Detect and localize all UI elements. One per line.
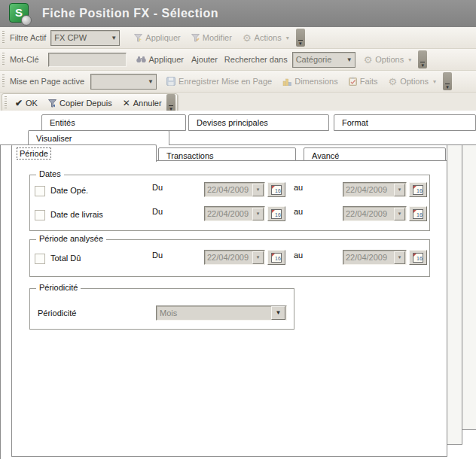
facts-button[interactable]: Faits — [346, 75, 380, 87]
date-livraison-label: Date de livrais — [50, 207, 103, 222]
bar-chart-icon — [282, 78, 291, 86]
cancel-button[interactable]: ✕ Annuler — [121, 97, 164, 109]
overflow-arrow-icon: ▾ — [446, 85, 449, 89]
date-ope-from-field[interactable]: 22/04/2009 ▾ — [204, 182, 265, 197]
toolbar-overflow-button[interactable]: ▾ — [166, 94, 175, 112]
total-du-checkbox[interactable] — [35, 254, 45, 264]
dialog-content: Entités Devises principales Format Visua… — [0, 111, 476, 459]
tab-devises-principales[interactable]: Devises principales — [188, 114, 329, 131]
date-livraison-to-calendar-button[interactable]: 16 — [409, 206, 427, 221]
calendar-icon: 16 — [413, 209, 423, 219]
copy-from-label: Copier Depuis — [60, 99, 112, 108]
add-keyword-button[interactable]: Ajouter — [189, 53, 220, 65]
toolbar-overflow-button[interactable]: ▾ — [443, 72, 452, 90]
modify-filter-button[interactable]: Modifier — [189, 32, 234, 44]
date-livraison-from-value: 22/04/2009 — [205, 209, 252, 218]
date-ope-checkbox[interactable] — [35, 186, 45, 196]
layout-options-label: Options — [400, 77, 429, 86]
search-in-combo[interactable]: Catégorie ▼ — [292, 52, 355, 68]
dimensions-label: Dimensions — [294, 77, 337, 86]
svg-text:16: 16 — [416, 256, 423, 261]
tab-periode-label: Période — [17, 147, 51, 160]
tab-entites[interactable]: Entités — [41, 114, 186, 131]
copy-from-button[interactable]: Copier Depuis — [46, 97, 114, 109]
save-disk-icon — [166, 77, 175, 86]
chevron-down-icon[interactable]: ▾ — [252, 251, 264, 264]
apply-keyword-button[interactable]: Appliquer — [134, 53, 186, 65]
chevron-down-icon[interactable]: ▼ — [344, 56, 355, 63]
chevron-down-icon[interactable]: ▼ — [108, 35, 119, 41]
filter-combo-value: FX CPW — [51, 33, 108, 42]
stacked-page-edge-1 — [447, 145, 462, 445]
date-ope-to-field[interactable]: 22/04/2009 ▾ — [343, 182, 407, 197]
keyword-input[interactable] — [48, 53, 127, 67]
svg-text:16: 16 — [416, 188, 423, 193]
date-ope-from-value: 22/04/2009 — [205, 185, 252, 194]
chevron-down-icon[interactable]: ▾ — [394, 251, 405, 264]
du-label: Du — [152, 204, 163, 219]
filter-combo[interactable]: FX CPW ▼ — [50, 30, 120, 46]
cross-icon: ✕ — [123, 99, 130, 108]
svg-text:16: 16 — [275, 212, 281, 217]
save-layout-button[interactable]: Enregistrer Mise en Page — [164, 75, 274, 87]
tab-entites-label: Entités — [50, 118, 75, 127]
ok-button[interactable]: ✔ OK — [13, 97, 40, 109]
periodicity-group: Périodicité Périodicité Mois ▼ — [29, 288, 294, 330]
toolbar-gripper[interactable] — [5, 96, 7, 110]
toolbar-keyword: Mot-Clé Appliquer Ajouter Rechercher dan… — [0, 49, 476, 71]
magnifier-overlay-icon — [21, 15, 32, 26]
date-ope-to-calendar-button[interactable]: 16 — [409, 182, 427, 197]
toolbar-overflow-button[interactable]: ▾ — [296, 29, 305, 47]
periodicity-label: Périodicité — [38, 305, 76, 321]
tab-visualiser[interactable]: Visualiser — [28, 130, 169, 145]
periode-tab-page: Dates Date Opé. Du 22/04/2009 ▾ 16 au 22… — [11, 160, 447, 457]
total-du-from-field[interactable]: 22/04/2009 ▾ — [204, 250, 265, 265]
clipboard-check-icon — [349, 77, 357, 86]
layout-options-button[interactable]: ⚙ Options ▾ — [386, 74, 439, 89]
active-layout-combo[interactable]: ▼ — [90, 74, 157, 90]
toolbar-overflow-button[interactable]: ▾ — [418, 50, 427, 68]
search-in-combo-value: Catégorie — [293, 55, 344, 64]
calendar-icon: 16 — [413, 185, 423, 195]
toolbar-gripper[interactable] — [2, 74, 5, 88]
date-livraison-to-field[interactable]: 22/04/2009 ▾ — [343, 206, 407, 221]
gear-icon: ⚙ — [389, 76, 398, 87]
actions-menu-button[interactable]: ⚙ Actions ▾ — [240, 31, 291, 45]
dates-group: Dates Date Opé. Du 22/04/2009 ▾ 16 au 22… — [29, 175, 430, 231]
dimensions-button[interactable]: Dimensions — [280, 75, 340, 87]
chevron-down-icon[interactable]: ▾ — [394, 184, 405, 196]
chevron-down-icon[interactable]: ▾ — [252, 208, 264, 220]
svg-text:16: 16 — [275, 188, 281, 193]
tab-format[interactable]: Format — [334, 114, 476, 131]
search-in-label: Rechercher dans — [224, 55, 288, 64]
chevron-down-icon[interactable]: ▾ — [252, 184, 264, 196]
date-livraison-from-calendar-button[interactable]: 16 — [267, 206, 285, 221]
chevron-down-icon: ▾ — [286, 35, 289, 41]
chevron-down-icon[interactable]: ▼ — [145, 78, 156, 85]
total-du-to-calendar-button[interactable]: 16 — [409, 250, 427, 265]
date-livraison-checkbox[interactable] — [35, 210, 45, 220]
total-du-from-value: 22/04/2009 — [205, 253, 252, 262]
filter-edit-icon — [191, 34, 200, 42]
analysis-period-group-title: Période analysée — [36, 234, 106, 243]
toolbar-gripper[interactable] — [2, 31, 5, 44]
periodicity-combo[interactable]: Mois ▼ — [156, 305, 287, 321]
tab-transactions[interactable]: Transactions — [158, 147, 296, 161]
tab-avance-label: Avancé — [312, 150, 340, 163]
total-du-to-value: 22/04/2009 — [343, 253, 394, 262]
tab-periode-active[interactable]: Période — [11, 144, 157, 162]
tab-devises-principales-label: Devises principales — [197, 118, 268, 127]
total-du-to-field[interactable]: 22/04/2009 ▾ — [343, 250, 407, 265]
toolbar-gripper[interactable] — [2, 53, 5, 66]
tab-avance[interactable]: Avancé — [304, 147, 446, 161]
date-livraison-from-field[interactable]: 22/04/2009 ▾ — [204, 206, 265, 221]
calendar-icon: 16 — [271, 209, 282, 219]
keyword-options-button[interactable]: ⚙ Options ▾ — [362, 53, 414, 67]
actions-label: Actions — [255, 33, 282, 42]
calendar-icon: 16 — [271, 185, 282, 195]
apply-filter-button[interactable]: Appliquer — [132, 32, 182, 44]
chevron-down-icon[interactable]: ▼ — [271, 306, 285, 320]
date-ope-from-calendar-button[interactable]: 16 — [267, 182, 285, 197]
total-du-from-calendar-button[interactable]: 16 — [267, 250, 285, 265]
chevron-down-icon[interactable]: ▾ — [394, 208, 405, 220]
